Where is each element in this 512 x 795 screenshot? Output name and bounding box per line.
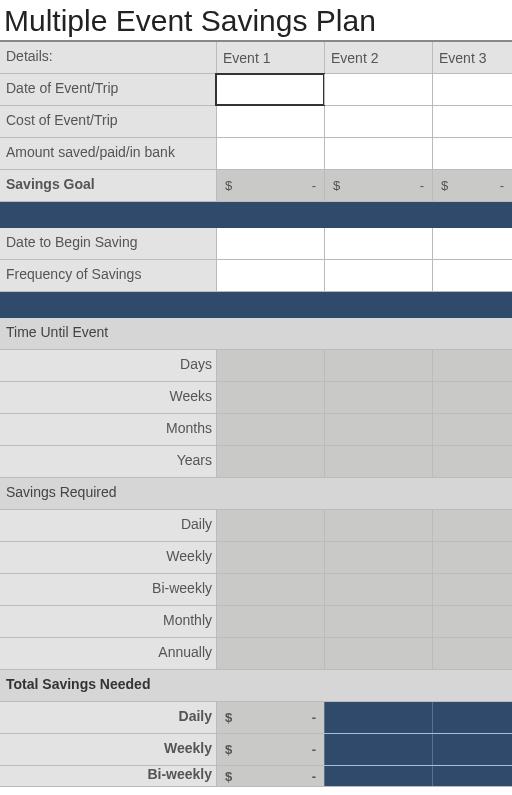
row-cost-of-event: Cost of Event/Trip [0,106,512,138]
cell-ts-biweekly-e2 [324,766,432,786]
cell-ts-daily-e3 [432,702,512,733]
cell-ts-biweekly-e3 [432,766,512,786]
label-frequency: Frequency of Savings [0,260,216,291]
cell-ts-weekly-e1: $- [216,734,324,765]
cell-ts-weekly-e3 [432,734,512,765]
cell-years-e1 [216,446,324,477]
cell-weeks-e2 [324,382,432,413]
label-amount-saved: Amount saved/paid/in bank [0,138,216,169]
cell-begin-event3[interactable] [432,228,512,259]
currency-display: $- [217,710,324,725]
cell-sr-biweekly-e1 [216,574,324,605]
row-ts-biweekly-cut: Bi-weekly $- [0,766,512,787]
label-date-of-event: Date of Event/Trip [0,74,216,105]
cell-ts-daily-e2 [324,702,432,733]
label-cost-of-event: Cost of Event/Trip [0,106,216,137]
label-savings-required: Savings Required [0,478,512,509]
row-ts-daily: Daily $- [0,702,512,734]
currency-display: $- [217,178,324,193]
cell-sr-daily-e2 [324,510,432,541]
col-event1: Event 1 [216,42,324,73]
cell-amount-event2[interactable] [324,138,432,169]
cell-ts-biweekly-e1: $- [216,766,324,786]
cell-cost-event2[interactable] [324,106,432,137]
currency-display: $- [217,742,324,757]
row-weeks: Weeks [0,382,512,414]
label-sr-biweekly: Bi-weekly [0,574,216,605]
cell-sr-monthly-e2 [324,606,432,637]
cell-months-e1 [216,414,324,445]
row-date-begin: Date to Begin Saving [0,228,512,260]
cell-goal-event3: $- [432,170,512,201]
cell-begin-event1[interactable] [216,228,324,259]
label-sr-monthly: Monthly [0,606,216,637]
cell-sr-weekly-e2 [324,542,432,573]
label-total-savings: Total Savings Needed [0,670,512,701]
col-event3: Event 3 [432,42,512,73]
cell-date-event1[interactable] [216,74,324,105]
label-sr-daily: Daily [0,510,216,541]
cell-sr-biweekly-e3 [432,574,512,605]
cell-sr-biweekly-e2 [324,574,432,605]
label-sr-weekly: Weekly [0,542,216,573]
cell-years-e3 [432,446,512,477]
page-title: Multiple Event Savings Plan [0,0,512,42]
cell-years-e2 [324,446,432,477]
col-event2: Event 2 [324,42,432,73]
cell-sr-annually-e2 [324,638,432,669]
navy-separator-1 [0,202,512,228]
row-ts-weekly: Weekly $- [0,734,512,766]
label-savings-goal: Savings Goal [0,170,216,201]
cell-cost-event3[interactable] [432,106,512,137]
cell-freq-event3[interactable] [432,260,512,291]
row-sr-weekly: Weekly [0,542,512,574]
cell-months-e2 [324,414,432,445]
cell-amount-event3[interactable] [432,138,512,169]
row-months: Months [0,414,512,446]
row-days: Days [0,350,512,382]
cell-ts-weekly-e2 [324,734,432,765]
row-sr-annually: Annually [0,638,512,670]
cell-freq-event1[interactable] [216,260,324,291]
details-label: Details: [0,42,216,73]
cell-sr-weekly-e1 [216,542,324,573]
cell-sr-daily-e1 [216,510,324,541]
cell-sr-monthly-e3 [432,606,512,637]
cell-goal-event2: $- [324,170,432,201]
currency-display: $- [433,178,512,193]
cell-cost-event1[interactable] [216,106,324,137]
label-months: Months [0,414,216,445]
section-savings-required: Savings Required [0,478,512,510]
header-row: Details: Event 1 Event 2 Event 3 [0,42,512,74]
row-frequency: Frequency of Savings [0,260,512,292]
navy-separator-2 [0,292,512,318]
cell-goal-event1: $- [216,170,324,201]
label-time-section: Time Until Event [0,318,512,349]
cell-weeks-e1 [216,382,324,413]
cell-date-event2[interactable] [324,74,432,105]
row-sr-monthly: Monthly [0,606,512,638]
cell-days-e2 [324,350,432,381]
cell-days-e1 [216,350,324,381]
cell-weeks-e3 [432,382,512,413]
row-sr-daily: Daily [0,510,512,542]
row-amount-saved: Amount saved/paid/in bank [0,138,512,170]
cell-begin-event2[interactable] [324,228,432,259]
label-years: Years [0,446,216,477]
cell-sr-weekly-e3 [432,542,512,573]
cell-amount-event1[interactable] [216,138,324,169]
cell-days-e3 [432,350,512,381]
cell-sr-daily-e3 [432,510,512,541]
row-sr-biweekly: Bi-weekly [0,574,512,606]
cell-date-event3[interactable] [432,74,512,105]
label-date-begin: Date to Begin Saving [0,228,216,259]
cell-sr-annually-e3 [432,638,512,669]
section-time-until-event: Time Until Event [0,318,512,350]
cell-sr-annually-e1 [216,638,324,669]
cell-ts-daily-e1: $- [216,702,324,733]
label-ts-biweekly: Bi-weekly [0,766,216,786]
cell-months-e3 [432,414,512,445]
section-total-savings: Total Savings Needed [0,670,512,702]
label-ts-daily: Daily [0,702,216,733]
cell-freq-event2[interactable] [324,260,432,291]
